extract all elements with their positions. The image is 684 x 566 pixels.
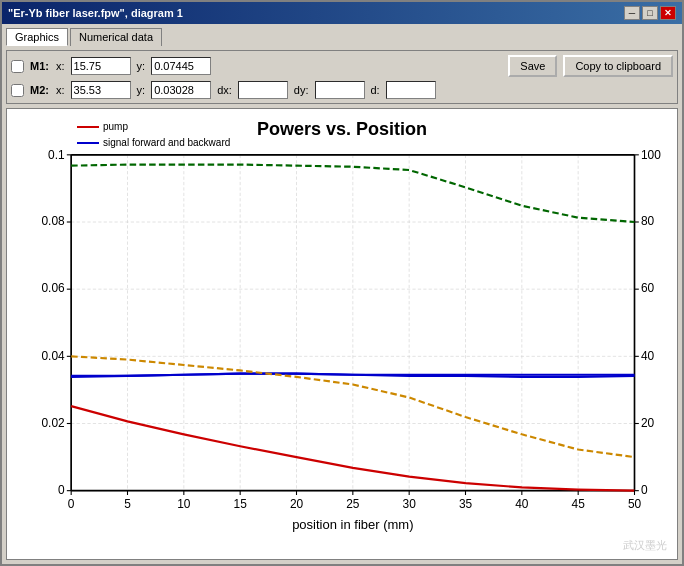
x-axis-label-40: 40 <box>515 497 529 511</box>
y-axis-label-002: 0.02 <box>41 416 65 430</box>
chart-svg: 0 0.02 0.04 0.06 0.08 0.1 0 20 40 60 80 … <box>17 144 667 534</box>
tab-numerical-data[interactable]: Numerical data <box>70 28 162 46</box>
minimize-button[interactable]: ─ <box>624 6 640 20</box>
m1-y-input[interactable] <box>151 57 211 75</box>
legend-pump: pump <box>77 119 230 135</box>
x-axis-label-20: 20 <box>290 497 304 511</box>
save-button[interactable]: Save <box>508 55 557 77</box>
dx-label: dx: <box>217 84 232 96</box>
legend-pump-line <box>77 126 99 128</box>
y-axis-label-006: 0.06 <box>41 281 65 295</box>
m1-checkbox[interactable] <box>11 60 24 73</box>
y-right-label-100: 100 <box>641 148 661 162</box>
x-axis-label-50: 50 <box>628 497 642 511</box>
d-label: d: <box>371 84 380 96</box>
m2-label: M2: <box>30 84 50 96</box>
title-bar-buttons: ─ □ ✕ <box>624 6 676 20</box>
x-axis-title: position in fiber (mm) <box>292 517 413 532</box>
y-axis-label-004: 0.04 <box>41 349 65 363</box>
tab-bar: Graphics Numerical data <box>6 28 678 46</box>
x-axis-label-15: 15 <box>234 497 248 511</box>
chart-area: Powers vs. Position pump signal forward … <box>6 108 678 560</box>
close-button[interactable]: ✕ <box>660 6 676 20</box>
x-axis-label-35: 35 <box>459 497 473 511</box>
m1-x-label: x: <box>56 60 65 72</box>
y-right-label-40: 40 <box>641 349 655 363</box>
title-bar: "Er-Yb fiber laser.fpw", diagram 1 ─ □ ✕ <box>2 2 682 24</box>
watermark: 武汉墨光 <box>623 538 667 553</box>
y-right-label-0: 0 <box>641 483 648 497</box>
main-window: "Er-Yb fiber laser.fpw", diagram 1 ─ □ ✕… <box>0 0 684 566</box>
m1-row: M1: x: y: Save Copy to clipboard <box>11 55 673 77</box>
copy-clipboard-button[interactable]: Copy to clipboard <box>563 55 673 77</box>
tab-graphics[interactable]: Graphics <box>6 28 68 46</box>
m2-x-input[interactable] <box>71 81 131 99</box>
dy-label: dy: <box>294 84 309 96</box>
dx-input[interactable] <box>238 81 288 99</box>
d-input[interactable] <box>386 81 436 99</box>
y-axis-label-01: 0.1 <box>48 148 65 162</box>
legend-pump-label: pump <box>103 119 128 135</box>
chart-container: 0 0.02 0.04 0.06 0.08 0.1 0 20 40 60 80 … <box>17 144 667 534</box>
x-axis-label-10: 10 <box>177 497 191 511</box>
m1-label: M1: <box>30 60 50 72</box>
y-right-label-20: 20 <box>641 416 655 430</box>
controls-area: M1: x: y: Save Copy to clipboard M2: x: … <box>6 50 678 104</box>
m1-x-input[interactable] <box>71 57 131 75</box>
window-title: "Er-Yb fiber laser.fpw", diagram 1 <box>8 7 183 19</box>
m1-y-label: y: <box>137 60 146 72</box>
y-axis-label-0: 0 <box>58 483 65 497</box>
y-right-label-80: 80 <box>641 214 655 228</box>
x-axis-label-5: 5 <box>124 497 131 511</box>
content-area: Graphics Numerical data M1: x: y: Save C… <box>2 24 682 564</box>
m2-y-label: y: <box>137 84 146 96</box>
x-axis-label-30: 30 <box>403 497 417 511</box>
y-axis-label-008: 0.08 <box>41 214 65 228</box>
m2-y-input[interactable] <box>151 81 211 99</box>
dy-input[interactable] <box>315 81 365 99</box>
x-axis-label-25: 25 <box>346 497 360 511</box>
m2-x-label: x: <box>56 84 65 96</box>
y-right-label-60: 60 <box>641 281 655 295</box>
m2-checkbox[interactable] <box>11 84 24 97</box>
x-axis-label-45: 45 <box>572 497 586 511</box>
maximize-button[interactable]: □ <box>642 6 658 20</box>
m2-row: M2: x: y: dx: dy: d: <box>11 81 673 99</box>
x-axis-label-0: 0 <box>68 497 75 511</box>
